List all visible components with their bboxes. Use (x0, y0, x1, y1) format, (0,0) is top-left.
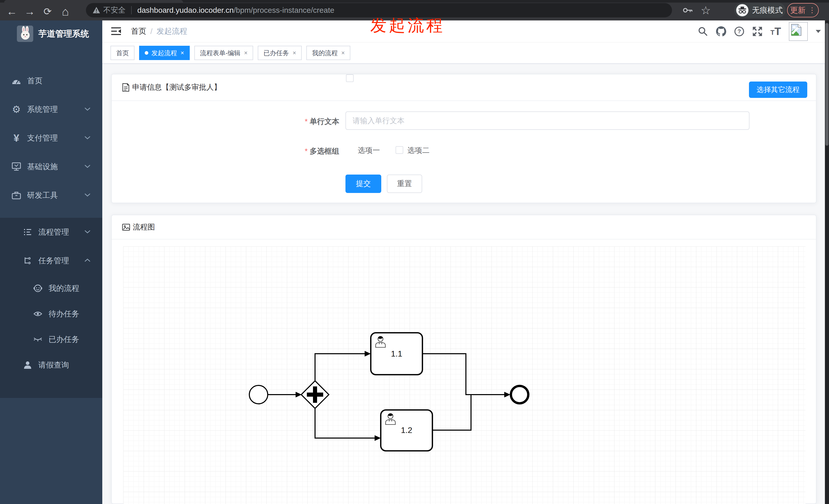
chevron-down-icon (84, 164, 91, 169)
sidebar-item-done-tasks[interactable]: 已办任务 (0, 326, 102, 352)
sidebar-item-todo-tasks[interactable]: 待办任务 (0, 301, 102, 326)
browser-home-button[interactable]: ⌂ (57, 3, 74, 21)
choose-other-process-button[interactable]: 选择其它流程 (749, 81, 807, 98)
tab-create-process[interactable]: 发起流程 × (139, 46, 190, 60)
browser-active-tab[interactable] (4, 0, 183, 3)
security-label: 不安全 (103, 5, 125, 15)
close-icon[interactable]: × (292, 50, 296, 56)
browser-reload-button[interactable]: ⟳ (39, 3, 56, 21)
tab-home[interactable]: 首页 (110, 46, 135, 60)
monitor-icon (11, 161, 22, 172)
option-one-label[interactable]: 选项一 (358, 146, 380, 154)
person-icon (23, 360, 33, 370)
eye-closed-icon (33, 334, 43, 345)
incognito-icon (736, 4, 749, 16)
url-divider (131, 6, 132, 14)
option-two-checkbox[interactable] (396, 146, 403, 154)
option-one-checkbox[interactable] (346, 74, 354, 82)
tab-done-tasks[interactable]: 已办任务 × (258, 46, 302, 60)
reset-button[interactable]: 重置 (387, 175, 422, 193)
avatar[interactable] (789, 22, 808, 41)
tree-icon (23, 256, 33, 266)
browser-menu-dots-icon[interactable]: ⋮ (808, 7, 816, 14)
sidebar-item-system[interactable]: ⚙ 系统管理 (0, 95, 102, 124)
browser-forward-button[interactable]: → (22, 3, 38, 21)
svg-text:1.2: 1.2 (401, 426, 412, 435)
chevron-up-icon (84, 259, 91, 263)
annotation-overlay: 发起流程 (370, 14, 445, 37)
sidebar-item-devtools[interactable]: 研发工具 (0, 181, 102, 209)
face-icon (33, 283, 43, 294)
bookmark-star-icon[interactable]: ☆ (698, 3, 713, 18)
user-task-1-1[interactable]: 1.1 (371, 333, 423, 375)
chevron-down-icon (84, 107, 91, 112)
help-icon[interactable]: ? (734, 26, 744, 37)
search-icon[interactable] (698, 27, 708, 36)
incognito-label: 无痕模式 (752, 5, 783, 15)
bpmn-canvas[interactable]: 1.1 1.2 (123, 246, 805, 504)
app-logo-row[interactable]: 芋道管理系统 (0, 21, 102, 47)
breadcrumb-separator: / (150, 27, 152, 36)
checkbox-group-label: *多选框组 (112, 146, 339, 156)
tab-form-edit[interactable]: 流程表单-编辑 × (194, 46, 253, 60)
close-icon[interactable]: × (244, 50, 248, 56)
end-event[interactable] (511, 386, 528, 403)
sidebar-item-home[interactable]: 首页 (0, 67, 102, 95)
list-icon (23, 227, 33, 237)
svg-text:?: ? (738, 28, 741, 35)
navbar-actions: ? TT (698, 21, 821, 42)
svg-text:1.1: 1.1 (391, 349, 402, 358)
browser-update-button[interactable]: 更新 ⋮ (787, 3, 819, 17)
page-scrollbar[interactable] (825, 21, 829, 504)
image-icon (122, 223, 130, 231)
close-icon[interactable]: × (341, 50, 345, 56)
submit-button[interactable]: 提交 (346, 175, 381, 193)
sidebar-item-my-process[interactable]: 我的流程 (0, 275, 102, 301)
browser-tabstrip (0, 0, 829, 3)
user-task-1-2[interactable]: 1.2 (381, 410, 432, 451)
flow-diagram-panel: 流程图 (111, 215, 817, 504)
breadcrumb-current: 发起流程 (156, 26, 187, 37)
scrollbar-thumb[interactable] (825, 23, 828, 146)
breadcrumb-home[interactable]: 首页 (131, 26, 146, 37)
top-navbar: 首页 / 发起流程 ? (102, 21, 829, 42)
single-line-text-input[interactable] (346, 111, 750, 130)
start-event[interactable] (249, 385, 268, 404)
sidebar-item-infra[interactable]: 基础设施 (0, 152, 102, 181)
sidebar-item-leave-query[interactable]: 请假查询 (0, 352, 102, 378)
incognito-badge: 无痕模式 (734, 3, 786, 18)
flow-diagram-title: 流程图 (133, 222, 155, 232)
url-host: dashboard.yudao.iocoder.cn (137, 6, 234, 14)
browser-back-button[interactable]: ← (4, 3, 20, 21)
fullscreen-icon[interactable] (752, 26, 762, 37)
app-logo-bunny-image (17, 26, 33, 42)
avatar-caret-icon[interactable] (816, 30, 821, 33)
eye-icon (33, 309, 43, 319)
chevron-down-icon (84, 193, 91, 198)
sidebar: 芋道管理系统 首页 ⚙ 系统管理 ¥ 支付管理 (0, 21, 102, 504)
sidebar-item-task-mgmt[interactable]: 任务管理 (0, 246, 102, 275)
breadcrumb: 首页 / 发起流程 (131, 21, 187, 42)
dashboard-icon (11, 76, 22, 86)
sidebar-collapse-icon[interactable] (110, 26, 122, 36)
option-two-label[interactable]: 选项二 (407, 146, 430, 154)
workflow-submenu: 流程管理 任务管理 (0, 218, 102, 398)
tab-my-process[interactable]: 我的流程 × (307, 46, 350, 60)
apply-info-header: 申请信息【测试多审批人】 选择其它流程 (112, 74, 816, 101)
tags-view-bar: 首页 发起流程 × 流程表单-编辑 × 已办任务 × 我的流程 × (102, 42, 829, 64)
close-icon[interactable]: × (181, 50, 184, 56)
font-size-icon[interactable]: TT (770, 27, 781, 36)
sidebar-item-process-mgmt[interactable]: 流程管理 (0, 218, 102, 246)
github-icon[interactable] (716, 26, 726, 37)
sidebar-item-payment[interactable]: ¥ 支付管理 (0, 124, 102, 152)
broken-image-icon (791, 24, 802, 37)
parallel-gateway[interactable] (301, 381, 329, 409)
chevron-down-icon (84, 136, 91, 140)
apply-info-panel: 申请信息【测试多审批人】 选择其它流程 *单行文本 *多选框组 选项一 选项二 … (111, 74, 817, 203)
chevron-down-icon (84, 230, 91, 234)
url-path: /bpm/process-instance/create (234, 6, 334, 14)
apply-info-title: 申请信息【测试多审批人】 (132, 82, 221, 92)
not-secure-warning-icon (93, 7, 100, 14)
app-title: 芋道管理系统 (38, 28, 89, 40)
password-key-icon[interactable] (681, 3, 695, 18)
